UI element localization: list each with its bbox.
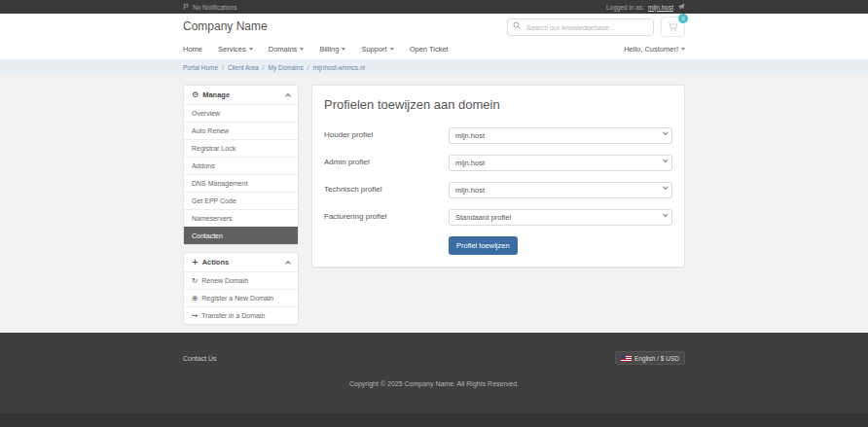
- chevron-down-icon: [300, 48, 304, 51]
- gear-icon: ⚙: [192, 91, 199, 99]
- breadcrumb-link[interactable]: mijnhost-whmcs.nl: [312, 64, 364, 71]
- actions-panel-title: Actions: [202, 258, 230, 267]
- logged-in-as-label: Logged in as:: [606, 4, 644, 11]
- field-label: Technisch profiel: [324, 185, 449, 194]
- nav-item-label: Domains: [269, 45, 298, 53]
- sidebar-item[interactable]: Addons: [184, 157, 298, 174]
- globe-icon: ⊕: [192, 295, 198, 302]
- notifications-label: No Notifications: [193, 4, 237, 11]
- contact-us-link[interactable]: Contact Us: [183, 355, 217, 362]
- sidebar-item[interactable]: Get EPP Code: [184, 192, 298, 209]
- field-label: Facturering profiel: [324, 212, 449, 221]
- breadcrumb-item: / My Domains: [259, 64, 304, 71]
- manage-panel-title: Manage: [202, 90, 230, 99]
- chevron-up-icon: [285, 93, 291, 99]
- main-panel: Profielen toewijzen aan domein Houder pr…: [311, 85, 685, 267]
- nav-item[interactable]: Domains: [261, 45, 312, 53]
- profile-form: Houder profiel mijn.host Admin profiel: [324, 125, 672, 226]
- refresh-icon: ↻: [192, 277, 198, 285]
- field-label: Admin profiel: [324, 158, 449, 166]
- nav-item[interactable]: Services: [210, 45, 261, 53]
- cart-icon: [668, 21, 678, 32]
- profile-select-wrap: mijn.host: [449, 125, 672, 144]
- breadcrumb-link[interactable]: My Domains: [269, 64, 304, 71]
- nav-list: Home Services Domains Billing: [183, 45, 456, 53]
- breadcrumb-link[interactable]: Client Area: [228, 64, 259, 71]
- sidebar-item[interactable]: Registrar Lock: [184, 139, 298, 157]
- profile-select[interactable]: mijn.host: [449, 182, 672, 198]
- actions-panel: + Actions ↻ Renew Domain ⊕ Register a Ne…: [183, 252, 299, 325]
- nav-item-label: Billing: [319, 45, 339, 53]
- profile-select[interactable]: mijn.host: [449, 155, 672, 171]
- language-currency-label: English / $ USD: [634, 355, 679, 362]
- footer: Contact Us English / $ USD Copyright © 2…: [0, 333, 868, 413]
- field-label: Houder profiel: [324, 130, 449, 139]
- sidebar-item[interactable]: Contacten: [184, 227, 298, 244]
- assign-profile-button[interactable]: Profiel toewijzen: [449, 236, 518, 255]
- action-item-label: Renew Domain: [201, 276, 248, 285]
- search-icon: [513, 21, 521, 29]
- chevron-down-icon: [249, 48, 253, 51]
- profile-field-row: Admin profiel mijn.host: [324, 152, 672, 171]
- action-item[interactable]: ↪ Transfer in a Domain: [184, 306, 298, 324]
- search-input[interactable]: [507, 18, 654, 36]
- page-body: ⚙ Manage Overview Auto Renew Registrar L…: [0, 75, 868, 333]
- chevron-down-icon: [342, 48, 345, 51]
- breadcrumb-link[interactable]: Portal Home: [183, 64, 218, 71]
- breadcrumb-separator: /: [307, 64, 309, 71]
- chevron-up-icon: [285, 261, 291, 267]
- chevron-down-icon: [681, 48, 685, 51]
- action-item-label: Transfer in a Domain: [201, 311, 265, 320]
- profile-select-wrap: mijn.host: [449, 179, 672, 198]
- profile-field-row: Technisch profiel mijn.host: [324, 179, 672, 198]
- company-logo-text[interactable]: Company Name: [183, 19, 268, 33]
- sidebar-item[interactable]: Overview: [184, 104, 298, 122]
- account-menu-label: Hello, Customer!: [624, 45, 678, 53]
- nav-item[interactable]: Home: [183, 45, 210, 53]
- cart-button[interactable]: 0: [661, 17, 685, 37]
- action-item[interactable]: ⊕ Register a New Domain: [184, 289, 298, 306]
- chevron-down-icon: [390, 48, 394, 51]
- sidebar: ⚙ Manage Overview Auto Renew Registrar L…: [183, 85, 299, 325]
- top-bar: No Notifications Logged in as: mijn.host: [0, 0, 868, 14]
- us-flag-icon: [621, 355, 632, 362]
- copyright-text: Copyright © 2025 Company Name. All Right…: [183, 380, 685, 387]
- page-title: Profielen toewijzen aan domein: [324, 97, 672, 112]
- profile-field-row: Houder profiel mijn.host: [324, 125, 672, 144]
- nav-item-label: Open Ticket: [410, 45, 449, 53]
- cart-count-badge: 0: [678, 14, 688, 23]
- breadcrumb-item: / mijnhost-whmcs.nl: [304, 64, 365, 71]
- logged-in-user-link[interactable]: mijn.host: [648, 4, 673, 11]
- plus-icon: +: [192, 259, 199, 267]
- breadcrumb-separator: /: [222, 64, 224, 71]
- nav-item-label: Services: [218, 45, 246, 53]
- nav-item[interactable]: Billing: [311, 45, 353, 53]
- actions-panel-header[interactable]: + Actions: [184, 253, 298, 271]
- profile-field-row: Facturering profiel Standaard profiel: [324, 206, 672, 226]
- header: Company Name 0: [0, 14, 868, 39]
- action-item[interactable]: ↻ Renew Domain: [184, 271, 298, 289]
- paper-plane-icon[interactable]: [677, 3, 685, 11]
- manage-panel: ⚙ Manage Overview Auto Renew Registrar L…: [183, 85, 299, 245]
- profile-select[interactable]: mijn.host: [449, 127, 672, 144]
- nav-item[interactable]: Open Ticket: [402, 45, 456, 53]
- profile-select[interactable]: Standaard profiel: [449, 209, 672, 226]
- knowledgebase-search: [507, 17, 654, 37]
- breadcrumb: / Portal Home / Client Area / My Domains…: [0, 59, 868, 75]
- notifications-toggle[interactable]: No Notifications: [183, 3, 237, 11]
- nav-item-label: Home: [183, 45, 202, 53]
- sidebar-item[interactable]: DNS Management: [184, 174, 298, 192]
- sidebar-item[interactable]: Auto Renew: [184, 122, 298, 139]
- account-menu[interactable]: Hello, Customer!: [624, 45, 685, 53]
- nav-item[interactable]: Support: [353, 45, 401, 53]
- breadcrumb-item: / Portal Home: [183, 64, 218, 71]
- breadcrumb-item: / Client Area: [218, 64, 259, 71]
- manage-panel-header[interactable]: ⚙ Manage: [184, 86, 298, 104]
- sidebar-item[interactable]: Nameservers: [184, 209, 298, 227]
- flag-icon: [183, 3, 190, 11]
- action-item-label: Register a New Domain: [201, 294, 273, 302]
- footer-bottom-strip: [0, 413, 868, 427]
- main-navigation: Home Services Domains Billing: [0, 39, 868, 59]
- language-currency-button[interactable]: English / $ USD: [615, 351, 685, 365]
- profile-select-wrap: Standaard profiel: [449, 206, 672, 226]
